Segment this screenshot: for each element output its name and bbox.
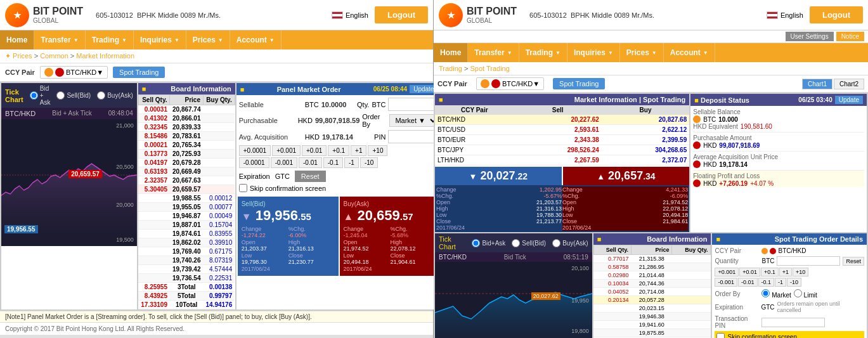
- market-row[interactable]: BTC/USD2,593.612,622.12: [435, 125, 689, 135]
- r-minus-10[interactable]: -1: [775, 278, 786, 287]
- chart2-tab[interactable]: Chart2: [834, 79, 864, 89]
- r-plus-001[interactable]: +0.001: [715, 268, 739, 276]
- plus-001[interactable]: +0.001: [272, 145, 301, 156]
- right-sell-bid[interactable]: Sell(Bid): [512, 239, 546, 247]
- 5total-label: 5Total: [170, 292, 204, 301]
- buy-ask-option[interactable]: Buy(Ask): [97, 91, 133, 100]
- right-buy-ask[interactable]: Buy(Ask): [552, 239, 588, 247]
- right-nav-account[interactable]: Account▼: [664, 43, 715, 62]
- logout-button[interactable]: Logout: [375, 6, 428, 23]
- market-row[interactable]: BTO/EUR2,343.382,399.59: [435, 135, 689, 145]
- minus-0001[interactable]: -0.0001: [239, 157, 269, 168]
- right-pin-row: Transaction PIN: [715, 315, 864, 329]
- right-board-row: 20,023.15: [593, 304, 711, 313]
- plus-10[interactable]: +1: [351, 145, 366, 156]
- r-minus-100[interactable]: -10: [787, 278, 801, 287]
- pin-input[interactable]: [388, 130, 439, 143]
- minus-100[interactable]: -10: [360, 157, 378, 168]
- buy-cell: [203, 185, 235, 194]
- chart1-tab[interactable]: Chart1: [802, 79, 832, 89]
- minus-1[interactable]: -0.1: [323, 157, 343, 168]
- right-nav-arrow3: ▼: [608, 50, 613, 56]
- right-nav-prices[interactable]: Prices▼: [620, 43, 664, 62]
- spot-trading-button[interactable]: Spot Trading: [113, 67, 165, 78]
- right-hkd-small: [770, 248, 776, 254]
- nav-trading[interactable]: Trading▼: [86, 30, 134, 49]
- order-details-section: ■ Spot Trading Order Details CCY Pair BT…: [712, 233, 867, 338]
- right-bid-ask[interactable]: Bid+Ask: [472, 239, 505, 247]
- buy-cell: [203, 141, 235, 150]
- r-minus-01[interactable]: -0.01: [738, 278, 758, 287]
- r-plus-01[interactable]: +0.01: [739, 268, 760, 276]
- right-spot-trading-button[interactable]: Spot Trading: [553, 78, 605, 89]
- nav-home[interactable]: Home: [0, 30, 34, 49]
- r-plus-100[interactable]: +10: [793, 268, 808, 276]
- plus-1[interactable]: +0.1: [328, 145, 349, 156]
- btc-icon: [44, 68, 53, 77]
- skip-confirm-section: Skip confirmation screen: [715, 331, 864, 338]
- order-by-select[interactable]: Market ▼: [389, 114, 439, 127]
- plus-0001[interactable]: +0.0001: [239, 145, 271, 156]
- buy-cell: 0.00077: [203, 203, 235, 212]
- right-reset-btn[interactable]: Reset: [843, 257, 864, 266]
- minus-001[interactable]: -0.001: [271, 157, 297, 168]
- plus-01[interactable]: +0.01: [302, 145, 327, 156]
- buy-cell: 0.15704: [203, 221, 235, 230]
- right-ccy-select[interactable]: BTC/HKD ▼: [476, 77, 544, 90]
- floating-circle: [693, 179, 701, 187]
- market-row[interactable]: BTC/HKD20,227.6220,827.68: [435, 115, 689, 125]
- right-nav-trading[interactable]: Trading▼: [519, 43, 567, 62]
- nav-inquiries[interactable]: Inquiries▼: [134, 30, 186, 49]
- price-cell: 20,679.28: [170, 159, 204, 167]
- right-y-high: 20,100: [571, 265, 589, 271]
- right-logo: ★ BIT POINT GLOBAL: [439, 3, 517, 27]
- btc-circle: [693, 115, 701, 123]
- price-cell: 19,874.61: [170, 230, 204, 238]
- logo-text: BIT POINT GLOBAL: [33, 5, 83, 25]
- minus-01[interactable]: -0.01: [299, 157, 322, 168]
- plus-100[interactable]: +10: [368, 145, 387, 156]
- bid-ask-option[interactable]: Bid + Ask: [30, 85, 51, 106]
- price-cell: 19,955.05: [170, 203, 204, 212]
- deposit-update-button[interactable]: Update: [835, 96, 863, 104]
- sell-label: Sell(Bid): [242, 200, 335, 207]
- right-board-row: 0.0298021,014.48: [593, 271, 711, 280]
- minus-10[interactable]: -1: [344, 157, 359, 168]
- r-plus-1[interactable]: +0.1: [761, 268, 779, 276]
- user-settings-button[interactable]: User Settings: [786, 32, 834, 41]
- market-row[interactable]: BTC/JPY298,526.24304,268.65: [435, 145, 689, 155]
- skip-checkbox[interactable]: [239, 184, 247, 192]
- reset-button[interactable]: Reset: [295, 171, 326, 182]
- right-nav-transfer[interactable]: Transfer▼: [468, 43, 519, 62]
- nav-transfer[interactable]: Transfer▼: [34, 30, 85, 49]
- buy-label: Buy(Ask): [344, 200, 437, 207]
- buy-panel[interactable]: Buy(Ask) ▲ 20,659.57 Change-1,245.04 %Ch…: [340, 197, 441, 276]
- r-plus-10[interactable]: +1: [779, 268, 792, 276]
- ccy-select[interactable]: BTC/HKD ▼: [40, 66, 108, 79]
- skip-check[interactable]: Skip confirmation screen: [239, 184, 439, 192]
- right-nav-home[interactable]: Home: [434, 43, 468, 62]
- market-row[interactable]: LTH/HKD2,267.592,372.07: [435, 155, 689, 166]
- big-sell-price[interactable]: ▼ 20,027.22: [435, 167, 562, 185]
- tick-chart-section: Tick Chart Bid + Ask Sell(Bid) Buy(Ask) …: [1, 83, 137, 309]
- notice-button[interactable]: Notice: [836, 32, 864, 41]
- sell-cell: [138, 265, 170, 274]
- y-low: 20,000: [116, 202, 134, 208]
- qty-input[interactable]: [388, 98, 439, 111]
- sell-panel[interactable]: Sell(Bid) ▼ 19,956.55 Change-1,274.22 %C…: [238, 197, 339, 276]
- right-logout-button[interactable]: Logout: [810, 6, 863, 23]
- nav-prices[interactable]: Prices▼: [186, 30, 230, 49]
- right-skip-checkbox[interactable]: [716, 333, 725, 338]
- r-minus-001[interactable]: -0.001: [715, 278, 737, 287]
- right-qty-input[interactable]: [777, 256, 840, 266]
- language-selector[interactable]: English: [332, 11, 368, 19]
- sell-bid-option[interactable]: Sell(Bid): [56, 91, 91, 100]
- right-language-selector[interactable]: English: [767, 11, 803, 19]
- r-minus-1[interactable]: -0.1: [758, 278, 775, 287]
- right-nav-inquiries[interactable]: Inquiries▼: [567, 43, 620, 62]
- big-buy-price[interactable]: ▲ 20,657.34: [563, 167, 690, 185]
- buy-cell: 4.57444: [203, 265, 235, 274]
- top-section: ■ Market Information | Spot Trading CCY …: [434, 93, 868, 233]
- right-pin-input[interactable]: [761, 318, 825, 327]
- nav-account[interactable]: Account▼: [230, 30, 282, 49]
